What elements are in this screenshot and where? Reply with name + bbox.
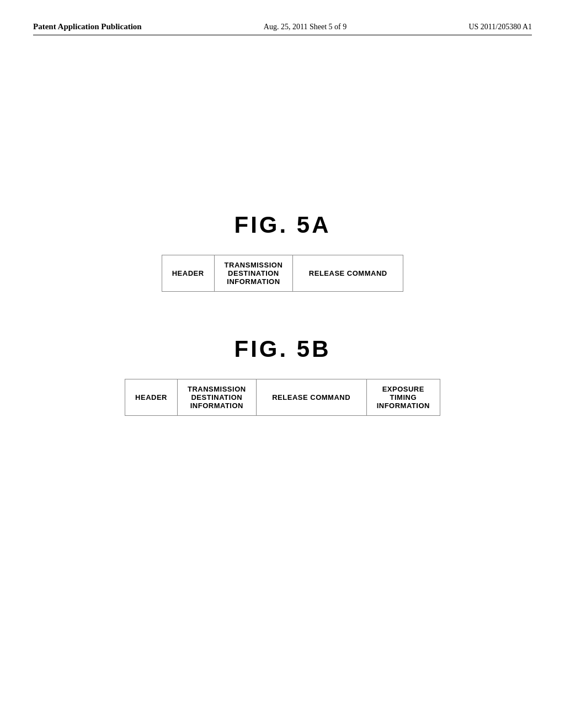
date-sheet-label: Aug. 25, 2011 Sheet 5 of 9 bbox=[264, 23, 347, 31]
figure-5a-section: FIG. 5A HEADER TRANSMISSIONDESTINATIONIN… bbox=[33, 201, 532, 292]
top-spacer bbox=[33, 57, 532, 201]
page: Patent Application Publication Aug. 25, … bbox=[0, 0, 565, 728]
fig5b-header-cell: HEADER bbox=[125, 379, 178, 416]
figure-5a-diagram: HEADER TRANSMISSIONDESTINATIONINFORMATIO… bbox=[162, 255, 404, 292]
fig5a-transmission-cell: TRANSMISSIONDESTINATIONINFORMATION bbox=[214, 255, 293, 292]
publication-label: Patent Application Publication bbox=[33, 22, 142, 31]
page-header: Patent Application Publication Aug. 25, … bbox=[33, 22, 532, 35]
fig5b-transmission-cell: TRANSMISSIONDESTINATIONINFORMATION bbox=[177, 379, 256, 416]
figure-5b-diagram: HEADER TRANSMISSIONDESTINATIONINFORMATIO… bbox=[125, 379, 440, 416]
figure-5a-title: FIG. 5A bbox=[234, 212, 331, 238]
fig5a-header-cell: HEADER bbox=[162, 255, 214, 292]
fig5a-release-cell: RELEASE COMMAND bbox=[293, 255, 403, 292]
fig5b-exposure-cell: EXPOSURETIMINGINFORMATION bbox=[366, 379, 440, 416]
patent-number-label: US 2011/205380 A1 bbox=[468, 23, 532, 31]
figure-5b-title: FIG. 5B bbox=[234, 336, 331, 362]
fig5b-release-cell: RELEASE COMMAND bbox=[256, 379, 366, 416]
figure-5b-section: FIG. 5B HEADER TRANSMISSIONDESTINATIONIN… bbox=[33, 325, 532, 416]
